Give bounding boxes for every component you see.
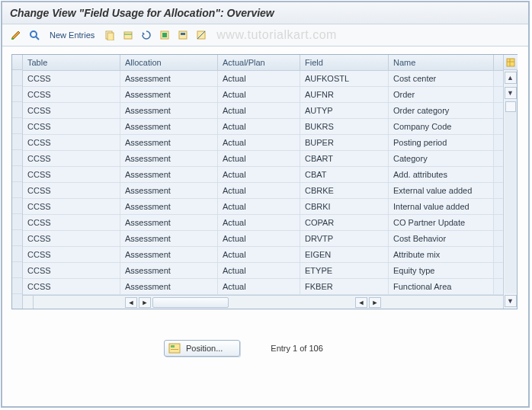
table-row[interactable]: CCSSAssessmentActualCBRKIInternal value … <box>23 199 503 215</box>
cell-table[interactable]: CCSS <box>23 151 120 166</box>
cell-allocation[interactable]: Assessment <box>120 263 218 278</box>
undo-change-icon[interactable] <box>139 27 154 43</box>
hscroll-right2-icon[interactable]: ► <box>369 297 381 308</box>
cell-actual-plan[interactable]: Actual <box>218 199 300 214</box>
row-selector[interactable] <box>12 166 22 182</box>
row-selector[interactable] <box>12 278 22 294</box>
select-block-icon[interactable] <box>175 27 191 43</box>
find-icon[interactable] <box>27 27 42 43</box>
select-all-rows[interactable] <box>12 55 22 70</box>
cell-table[interactable]: CCSS <box>23 263 120 278</box>
cell-actual-plan[interactable]: Actual <box>218 279 300 294</box>
col-header-name[interactable]: Name <box>389 55 494 70</box>
row-selector[interactable] <box>12 150 22 166</box>
vertical-scrollbar[interactable]: ▲ ▼ ▼ <box>503 55 517 309</box>
table-row[interactable]: CCSSAssessmentActualBUKRSCompany Code <box>23 119 503 135</box>
cell-allocation[interactable]: Assessment <box>120 151 218 166</box>
new-entries-button[interactable]: New Entries <box>45 29 99 41</box>
cell-name[interactable]: Order <box>389 87 494 102</box>
row-selector[interactable] <box>12 134 22 150</box>
cell-field[interactable]: COPAR <box>300 215 389 230</box>
cell-actual-plan[interactable]: Actual <box>218 247 300 262</box>
vscroll-up-icon[interactable]: ▲ <box>505 72 517 84</box>
cell-table[interactable]: CCSS <box>23 87 120 102</box>
cell-name[interactable]: Equity type <box>389 263 494 278</box>
cell-field[interactable]: ETYPE <box>300 263 389 278</box>
cell-table[interactable]: CCSS <box>23 279 120 294</box>
horizontal-scrollbar[interactable]: ◄ ► ◄ ► <box>23 295 503 309</box>
row-selector[interactable] <box>12 198 22 214</box>
cell-actual-plan[interactable]: Actual <box>218 215 300 230</box>
cell-table[interactable]: CCSS <box>23 231 120 246</box>
row-selector[interactable] <box>12 214 22 230</box>
cell-name[interactable]: CO Partner Update <box>389 215 494 230</box>
cell-name[interactable]: Category <box>389 151 494 166</box>
cell-field[interactable]: DRVTP <box>300 231 389 246</box>
cell-field[interactable]: BUPER <box>300 135 389 150</box>
table-row[interactable]: CCSSAssessmentActualDRVTPCost Behavior <box>23 231 503 247</box>
cell-actual-plan[interactable]: Actual <box>218 87 300 102</box>
cell-name[interactable]: Add. attributes <box>389 167 494 182</box>
toggle-display-change-icon[interactable] <box>8 27 24 43</box>
table-row[interactable]: CCSSAssessmentActualETYPEEquity type <box>23 263 503 279</box>
cell-field[interactable]: CBRKE <box>300 183 389 198</box>
row-selector[interactable] <box>12 230 22 246</box>
select-all-icon[interactable] <box>157 27 172 43</box>
cell-name[interactable]: Company Code <box>389 119 494 134</box>
vscroll-thumb[interactable] <box>505 101 516 112</box>
cell-actual-plan[interactable]: Actual <box>218 231 300 246</box>
cell-actual-plan[interactable]: Actual <box>218 151 300 166</box>
cell-allocation[interactable]: Assessment <box>120 103 218 118</box>
hscroll-thumb[interactable] <box>152 297 229 308</box>
cell-table[interactable]: CCSS <box>23 167 120 182</box>
cell-actual-plan[interactable]: Actual <box>218 167 300 182</box>
cell-allocation[interactable]: Assessment <box>120 231 218 246</box>
col-header-table[interactable]: Table <box>23 55 120 70</box>
row-selector[interactable] <box>12 118 22 134</box>
hscroll-right-icon[interactable]: ► <box>139 297 151 308</box>
row-selector[interactable] <box>12 246 22 262</box>
cell-field[interactable]: CBAT <box>300 167 389 182</box>
cell-table[interactable]: CCSS <box>23 103 120 118</box>
cell-field[interactable]: BUKRS <box>300 119 389 134</box>
table-row[interactable]: CCSSAssessmentActualFKBERFunctional Area <box>23 279 503 295</box>
cell-allocation[interactable]: Assessment <box>120 279 218 294</box>
cell-actual-plan[interactable]: Actual <box>218 263 300 278</box>
vscroll-down-icon[interactable]: ▼ <box>505 87 517 99</box>
cell-table[interactable]: CCSS <box>23 199 120 214</box>
cell-allocation[interactable]: Assessment <box>120 167 218 182</box>
hscroll-left-icon[interactable]: ◄ <box>125 297 137 308</box>
table-row[interactable]: CCSSAssessmentActualAUFNROrder <box>23 87 503 103</box>
cell-actual-plan[interactable]: Actual <box>218 135 300 150</box>
cell-allocation[interactable]: Assessment <box>120 183 218 198</box>
cell-actual-plan[interactable]: Actual <box>218 71 300 86</box>
cell-allocation[interactable]: Assessment <box>120 215 218 230</box>
row-selector[interactable] <box>12 86 22 102</box>
cell-field[interactable]: AUFKOSTL <box>300 71 389 86</box>
table-row[interactable]: CCSSAssessmentActualCBARTCategory <box>23 151 503 167</box>
cell-table[interactable]: CCSS <box>23 135 120 150</box>
table-row[interactable]: CCSSAssessmentActualEIGENAttribute mix <box>23 247 503 263</box>
deselect-all-icon[interactable] <box>194 27 209 43</box>
cell-field[interactable]: FKBER <box>300 279 389 294</box>
table-row[interactable]: CCSSAssessmentActualAUFKOSTLCost center <box>23 71 503 87</box>
cell-allocation[interactable]: Assessment <box>120 71 218 86</box>
copy-as-icon[interactable] <box>102 27 117 43</box>
cell-allocation[interactable]: Assessment <box>120 247 218 262</box>
cell-allocation[interactable]: Assessment <box>120 135 218 150</box>
row-selector[interactable] <box>12 102 22 118</box>
cell-actual-plan[interactable]: Actual <box>218 103 300 118</box>
cell-field[interactable]: EIGEN <box>300 247 389 262</box>
cell-name[interactable]: External value added <box>389 183 494 198</box>
hscroll-left2-icon[interactable]: ◄ <box>355 297 367 308</box>
cell-field[interactable]: AUTYP <box>300 103 389 118</box>
cell-table[interactable]: CCSS <box>23 183 120 198</box>
position-button[interactable]: Position... <box>164 340 240 357</box>
cell-name[interactable]: Functional Area <box>389 279 494 294</box>
cell-allocation[interactable]: Assessment <box>120 199 218 214</box>
vscroll-down2-icon[interactable]: ▼ <box>505 295 517 307</box>
table-row[interactable]: CCSSAssessmentActualAUTYPOrder category <box>23 103 503 119</box>
cell-name[interactable]: Internal value added <box>389 199 494 214</box>
cell-name[interactable]: Cost Behavior <box>389 231 494 246</box>
cell-actual-plan[interactable]: Actual <box>218 119 300 134</box>
